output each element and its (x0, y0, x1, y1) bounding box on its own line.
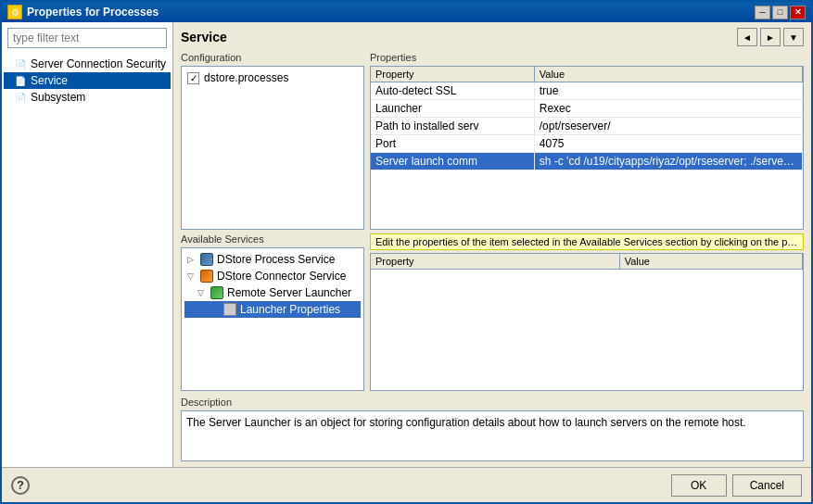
cancel-button[interactable]: Cancel (732, 474, 802, 497)
props-icon (223, 303, 236, 316)
property-name: Path to installed serv (371, 118, 534, 135)
expand-icon: ▽ (187, 271, 197, 281)
description-label: Description (181, 397, 804, 408)
dropdown-button[interactable]: ▼ (783, 28, 804, 46)
description-section: Description The Server Launcher is an ob… (181, 397, 804, 461)
main-window: ⚙ Properties for Processes ─ □ ✕ 📄 Serve… (0, 0, 813, 504)
minimize-button[interactable]: ─ (755, 6, 770, 19)
property-name: Server launch comm (371, 153, 534, 170)
avail-item-launcher-properties[interactable]: Launcher Properties (184, 301, 361, 318)
back-button[interactable]: ◄ (737, 28, 757, 46)
left-panel: 📄 Server Connection Security 📄 Service 📄… (2, 22, 173, 467)
table-row: Port 4075 (371, 135, 803, 153)
hint-text: Edit the properties of the item selected… (375, 236, 802, 247)
tree-item-icon: 📄 (13, 57, 28, 70)
col-value: Value (619, 254, 802, 270)
help-button[interactable]: ? (11, 476, 30, 495)
bottom-bar: ? OK Cancel (2, 467, 811, 502)
connector-icon (200, 270, 213, 283)
main-content: 📄 Server Connection Security 📄 Service 📄… (2, 22, 811, 467)
navigation-tree: 📄 Server Connection Security 📄 Service 📄… (2, 54, 172, 467)
property-value: true (534, 82, 802, 100)
table-row: Launcher Rexec (371, 100, 803, 118)
properties-section: Properties Property Value (370, 52, 804, 230)
col-property: Property (371, 67, 534, 82)
available-services-list: ▷ DStore Process Service ▽ DStore Connec… (181, 247, 364, 391)
tree-item-icon: 📄 (13, 91, 28, 104)
expand-icon: ▷ (187, 255, 197, 264)
window-icon: ⚙ (7, 5, 22, 19)
section-header: Service ◄ ► ▼ (181, 28, 804, 46)
tree-item-label: Subsystem (31, 91, 85, 104)
dialog-buttons: OK Cancel (671, 474, 802, 497)
available-services-label: Available Services (181, 233, 364, 245)
dropdown-icon: ▼ (789, 32, 798, 43)
col-property: Property (371, 254, 619, 270)
available-services-right: Edit the properties of the item selected… (370, 233, 804, 391)
table-row-highlighted: Server launch comm sh -c 'cd /u19/cityap… (371, 153, 803, 170)
right-panel: Service ◄ ► ▼ Configuration (173, 22, 811, 467)
property-name: Launcher (371, 100, 534, 118)
available-services-left: Available Services ▷ DStore Process Serv… (181, 233, 364, 391)
avail-item-label: DStore Process Service (217, 253, 335, 266)
close-button[interactable]: ✕ (790, 6, 806, 19)
property-value: Rexec (534, 100, 802, 118)
hint-bar: Edit the properties of the item selected… (370, 233, 804, 250)
forward-button[interactable]: ► (760, 28, 781, 46)
avail-item-label: Remote Server Launcher (227, 286, 351, 299)
tree-item-service[interactable]: 📄 Service (4, 72, 171, 89)
properties-label: Properties (370, 52, 804, 63)
properties-data-table: Property Value Auto-detect SSL true (371, 67, 803, 170)
avail-item-dstore-connector-service[interactable]: ▽ DStore Connector Service (184, 268, 361, 284)
filter-input[interactable] (7, 28, 167, 48)
tree-item-server-connection-security[interactable]: 📄 Server Connection Security (4, 56, 171, 72)
config-item-label: dstore.processes (204, 71, 288, 84)
avail-item-label: Launcher Properties (240, 303, 340, 316)
avail-item-remote-server-launcher[interactable]: ▽ Remote Server Launcher (184, 284, 361, 301)
maximize-button[interactable]: □ (772, 6, 788, 19)
avail-props-data-table: Property Value (371, 254, 803, 270)
property-name: Auto-detect SSL (371, 82, 534, 100)
tree-item-subsystem[interactable]: 📄 Subsystem (4, 89, 171, 106)
configuration-label: Configuration (181, 52, 364, 63)
title-bar-left: ⚙ Properties for Processes (7, 5, 159, 19)
back-icon: ◄ (743, 32, 752, 43)
config-item[interactable]: ✓ dstore.processes (184, 69, 361, 86)
title-buttons: ─ □ ✕ (755, 6, 806, 19)
expand-icon: ▽ (197, 288, 207, 297)
col-value: Value (534, 67, 802, 82)
available-properties-table: Property Value (370, 253, 804, 391)
configuration-section: Configuration ✓ dstore.processes (181, 52, 364, 230)
tree-item-label: Service (31, 74, 68, 87)
avail-item-dstore-process-service[interactable]: ▷ DStore Process Service (184, 251, 361, 268)
property-name: Port (371, 135, 534, 153)
property-value: /opt/rseserver/ (534, 118, 802, 135)
middle-area: Configuration ✓ dstore.processes Propert… (181, 52, 804, 230)
ok-button[interactable]: OK (671, 474, 727, 497)
service-icon (200, 253, 213, 266)
launcher-icon (210, 286, 223, 299)
tree-item-label: Server Connection Security (31, 57, 166, 70)
table-row: Path to installed serv /opt/rseserver/ (371, 118, 803, 135)
help-icon: ? (17, 478, 24, 492)
window-title: Properties for Processes (27, 6, 159, 19)
toolbar-right: ◄ ► ▼ (737, 28, 804, 46)
avail-item-label: DStore Connector Service (217, 270, 346, 283)
description-box: The Server Launcher is an object for sto… (181, 410, 804, 461)
title-bar: ⚙ Properties for Processes ─ □ ✕ (2, 2, 811, 22)
tree-item-icon: 📄 (13, 74, 28, 87)
properties-table: Property Value Auto-detect SSL true (370, 66, 804, 230)
property-value: sh -c 'cd /u19/cityapps/riyaz/opt/rseser… (534, 153, 802, 170)
config-checkbox[interactable]: ✓ (187, 72, 199, 84)
table-row: Auto-detect SSL true (371, 82, 803, 100)
configuration-list: ✓ dstore.processes (181, 66, 364, 230)
forward-icon: ► (766, 32, 775, 43)
available-services-section: Available Services ▷ DStore Process Serv… (181, 233, 804, 391)
property-value: 4075 (534, 135, 802, 153)
description-text: The Server Launcher is an object for sto… (186, 416, 746, 429)
section-title: Service (181, 30, 227, 44)
